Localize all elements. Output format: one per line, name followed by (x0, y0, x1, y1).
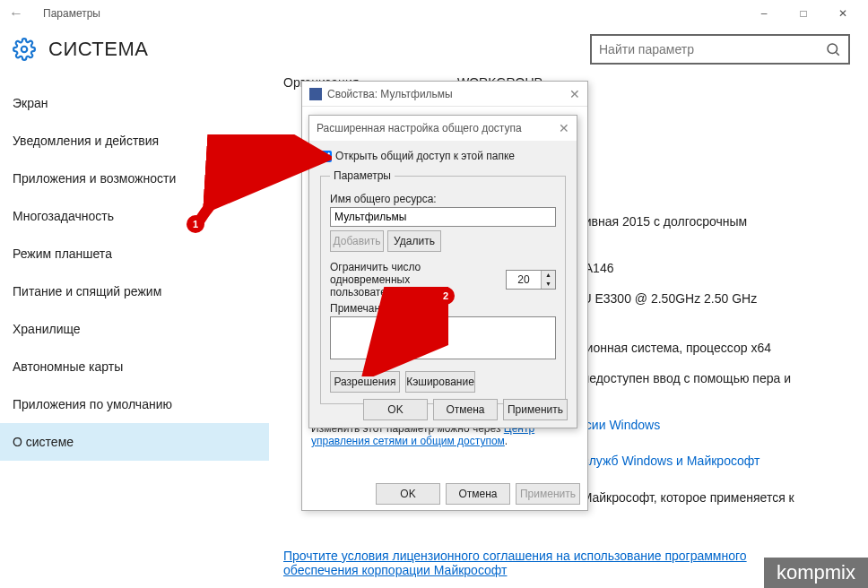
frag-edition: ративная 2015 с долгосрочным (565, 214, 747, 229)
share-name-label: Имя общего ресурса: (330, 193, 556, 205)
gear-icon (13, 38, 36, 61)
search-icon (825, 41, 841, 57)
annotation-badge-1: 1 (187, 215, 204, 233)
sidebar-item-storage[interactable]: Хранилище (0, 310, 269, 348)
back-button[interactable]: ← (5, 5, 27, 22)
folder-icon (309, 88, 322, 100)
license-link[interactable]: Прочтите условия лицензионного соглашени… (283, 549, 821, 577)
frag-pen: ра недоступен ввод с помощью пера и (565, 371, 791, 385)
sidebar-item-maps[interactable]: Автономные карты (0, 348, 269, 385)
sidebar-item-tablet[interactable]: Режим планшета (0, 235, 269, 272)
properties-apply-button[interactable]: Применить (516, 483, 580, 505)
sidebar-item-default-apps[interactable]: Приложения по умолчанию (0, 385, 269, 423)
svg-point-0 (22, 47, 28, 53)
watermark: kompmix (764, 558, 868, 588)
sidebar-item-power[interactable]: Питание и спящий режим (0, 272, 269, 310)
header-row: СИСТЕМА (0, 27, 868, 75)
frag-x6: x6 Майкрософт, которое применяется к (565, 490, 794, 505)
frag-cpu: CPU E3300 @ 2.50GHz 2.50 GHz (565, 291, 757, 306)
close-button[interactable]: ✕ (823, 1, 863, 26)
sidebar-item-apps[interactable]: Приложения и возможности (0, 160, 269, 197)
advanced-apply-button[interactable]: Применить (503, 399, 568, 420)
share-name-input[interactable] (330, 207, 556, 227)
limit-users-value: 20 (507, 273, 541, 286)
share-folder-checkbox-row[interactable]: Открыть общий доступ к этой папке (320, 150, 566, 162)
link-services[interactable]: ля служб Windows и Майкрософт (565, 454, 760, 468)
advanced-sharing-dialog: Расширенная настройка общего доступа ✕ О… (308, 115, 577, 428)
advanced-sharing-close-icon[interactable]: ✕ (559, 121, 569, 135)
advanced-sharing-titlebar[interactable]: Расширенная настройка общего доступа ✕ (309, 116, 577, 141)
window-titlebar: ← Параметры – □ ✕ (0, 0, 868, 27)
share-folder-checkbox[interactable] (320, 151, 332, 162)
properties-close-icon[interactable]: ✕ (569, 87, 580, 101)
advanced-ok-button[interactable]: OK (363, 399, 428, 420)
sidebar-item-about[interactable]: О системе (0, 423, 269, 461)
sidebar-item-notifications[interactable]: Уведомления и действия (0, 122, 269, 160)
note-textarea[interactable] (330, 316, 556, 359)
svg-line-2 (836, 52, 838, 55)
sidebar-item-multitasking[interactable]: Многозадачность (0, 197, 269, 235)
maximize-button[interactable]: □ (784, 1, 823, 26)
svg-point-1 (828, 44, 838, 54)
caching-button[interactable]: Кэширование (405, 371, 475, 393)
properties-title: Свойства: Мультфильмы (327, 88, 453, 100)
properties-titlebar[interactable]: Свойства: Мультфильмы ✕ (302, 82, 587, 107)
permissions-button[interactable]: Разрешения (330, 371, 400, 393)
add-share-button[interactable]: Добавить (330, 230, 384, 252)
properties-cancel-button[interactable]: Отмена (446, 483, 510, 505)
advanced-sharing-title: Расширенная настройка общего доступа (317, 122, 522, 134)
limit-users-spinner[interactable]: 20 ▲▼ (506, 270, 556, 290)
spinner-up-icon[interactable]: ▲ (542, 271, 555, 280)
limit-users-label: Ограничить число одновременных пользоват… (330, 261, 482, 298)
page-title: СИСТЕМА (48, 38, 148, 61)
remove-share-button[interactable]: Удалить (387, 230, 441, 252)
sidebar: Экран Уведомления и действия Приложения … (0, 75, 269, 583)
search-input[interactable] (599, 42, 825, 56)
parameters-legend: Параметры (330, 169, 395, 182)
frag-sys: рационная система, процессор x64 (565, 341, 771, 355)
search-box[interactable] (590, 34, 850, 65)
advanced-cancel-button[interactable]: Отмена (433, 399, 498, 420)
share-folder-label: Открыть общий доступ к этой папке (335, 150, 515, 162)
properties-ok-button[interactable]: OK (376, 483, 440, 505)
minimize-button[interactable]: – (744, 1, 784, 26)
window-title: Параметры (43, 7, 100, 20)
annotation-badge-2: 2 (437, 287, 455, 305)
spinner-down-icon[interactable]: ▼ (542, 280, 555, 289)
sidebar-item-display[interactable]: Экран (0, 84, 269, 122)
